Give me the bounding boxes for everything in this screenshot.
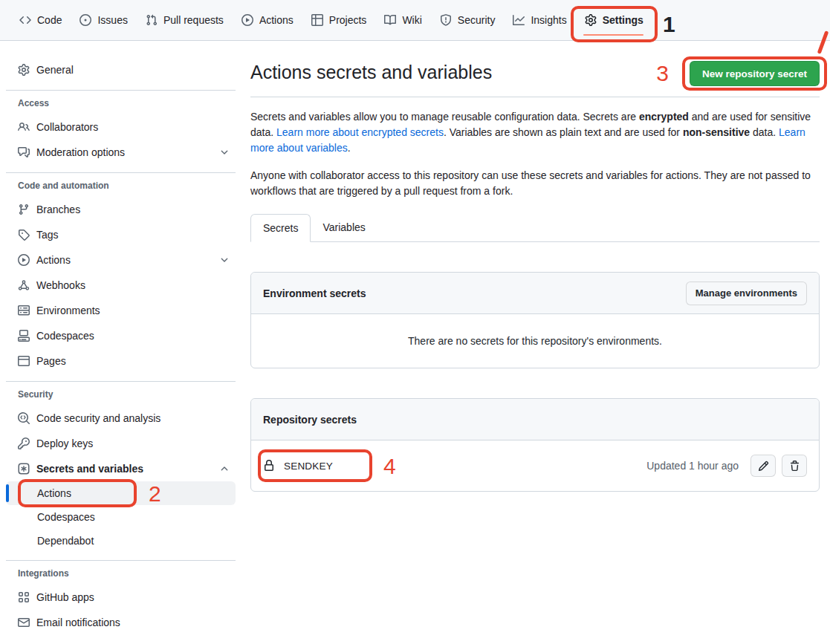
nav-tab-security[interactable]: Security: [432, 0, 503, 40]
secret-name-wrap: SENDKEY 4: [263, 452, 367, 479]
sidebar-item-environments[interactable]: Environments: [6, 298, 236, 323]
server-icon: [18, 305, 30, 316]
main-content: Actions secrets and variables New reposi…: [250, 41, 820, 492]
key-asterisk-icon: [18, 463, 30, 475]
environment-secrets-card: Environment secrets Manage environments …: [250, 272, 820, 368]
nav-tab-label: Pull requests: [163, 15, 224, 25]
secret-name: SENDKEY: [284, 461, 333, 472]
sidebar-item-label: General: [36, 65, 74, 75]
new-repository-secret-button[interactable]: New repository secret: [690, 61, 820, 86]
lock-icon: [263, 460, 275, 472]
secrets-variables-tabnav: Secrets Variables: [250, 214, 820, 242]
sidebar-item-label: Pages: [36, 356, 66, 366]
sidebar-item-label: Environments: [36, 305, 100, 316]
git-pull-request-icon: [146, 14, 158, 26]
intro-text: . Variables are shown as plain text and …: [444, 126, 683, 138]
nav-tab-wiki[interactable]: Wiki: [377, 0, 429, 40]
nav-tab-settings[interactable]: Settings 1: [577, 0, 651, 40]
sidebar-subitem-label: Dependabot: [37, 535, 94, 547]
repository-secrets-card: Repository secrets SENDKEY 4 Updated 1 h…: [250, 398, 820, 492]
active-tab-underline: [583, 34, 643, 36]
comment-discussion-icon: [18, 146, 30, 158]
sidebar-item-tags[interactable]: Tags: [6, 222, 236, 247]
sidebar-divider: [6, 90, 236, 91]
nav-tab-label: Wiki: [402, 15, 421, 25]
sidebar-item-codespaces[interactable]: Codespaces: [6, 323, 236, 348]
sidebar-section-title-access: Access: [18, 98, 241, 108]
sidebar-item-deploy-keys[interactable]: Deploy keys: [6, 431, 236, 456]
sidebar-item-general[interactable]: General: [6, 57, 236, 82]
nav-tab-label: Security: [458, 15, 496, 25]
sidebar-item-label: Moderation options: [36, 147, 125, 157]
sidebar-item-webhooks[interactable]: Webhooks: [6, 273, 236, 298]
annotation-number-3: 3: [656, 62, 669, 85]
gear-icon: [585, 14, 597, 26]
nav-tab-pull-requests[interactable]: Pull requests: [138, 0, 231, 40]
play-circle-icon: [241, 14, 253, 26]
manage-environments-button[interactable]: Manage environments: [686, 282, 807, 305]
issue-opened-icon: [80, 14, 91, 26]
trash-icon: [789, 461, 800, 472]
nav-tab-label: Projects: [329, 15, 367, 25]
nav-tab-code[interactable]: Code: [12, 0, 69, 40]
environment-secrets-empty-message: There are no secrets for this repository…: [251, 314, 819, 368]
key-icon: [18, 438, 30, 449]
encrypted-secrets-link[interactable]: Learn more about encrypted secrets: [276, 126, 444, 138]
sidebar-divider: [6, 381, 236, 382]
sidebar-subitem-label: Actions: [37, 487, 71, 499]
sidebar-item-actions[interactable]: Actions: [6, 247, 236, 273]
sidebar-item-label: Tags: [36, 230, 59, 240]
tab-variables[interactable]: Variables: [311, 214, 377, 241]
secret-row: SENDKEY 4 Updated 1 hour ago: [251, 440, 819, 491]
nav-tab-label: Settings: [603, 15, 643, 25]
nav-tab-actions[interactable]: Actions: [234, 0, 301, 40]
sidebar-item-label: Codespaces: [36, 331, 94, 341]
sidebar-item-label: Email notifications: [36, 617, 120, 628]
shield-icon: [440, 14, 452, 26]
sidebar-item-label: Actions: [36, 255, 71, 265]
sidebar-item-collaborators[interactable]: Collaborators: [6, 114, 236, 140]
tab-secrets[interactable]: Secrets: [250, 214, 311, 242]
sidebar-item-branches[interactable]: Branches: [6, 197, 236, 222]
nav-tab-label: Insights: [531, 15, 566, 25]
sidebar-divider: [6, 172, 236, 173]
mail-icon: [18, 617, 30, 628]
sidebar-item-github-apps[interactable]: GitHub apps: [6, 585, 236, 610]
sidebar-item-label: Collaborators: [36, 122, 98, 132]
sidebar-item-label: Secrets and variables: [36, 464, 143, 474]
play-circle-icon: [18, 254, 30, 266]
nav-tab-label: Actions: [259, 15, 294, 25]
secret-updated: Updated 1 hour ago: [646, 460, 739, 472]
sidebar-subitem-dependabot[interactable]: Dependabot: [6, 529, 236, 553]
sidebar-item-code-security-analysis[interactable]: Code security and analysis: [6, 406, 236, 431]
tag-icon: [18, 229, 30, 241]
sidebar-item-secrets-and-variables[interactable]: Secrets and variables: [6, 456, 236, 481]
selected-accent-bar: [6, 484, 9, 502]
settings-sidebar: General Access Collaborators Moderation …: [0, 41, 241, 635]
sidebar-item-moderation-options[interactable]: Moderation options: [6, 140, 236, 165]
sidebar-section-title-security: Security: [18, 389, 241, 400]
annotation-number-2: 2: [149, 483, 161, 505]
sidebar-subitem-codespaces[interactable]: Codespaces: [6, 505, 236, 529]
sidebar-item-label: Deploy keys: [36, 438, 93, 449]
delete-secret-button[interactable]: [782, 455, 807, 477]
nav-tab-issues[interactable]: Issues: [72, 0, 134, 40]
sidebar-subitem-actions[interactable]: Actions 2: [6, 481, 236, 505]
page-header: Actions secrets and variables New reposi…: [250, 60, 820, 97]
nav-tab-projects[interactable]: Projects: [304, 0, 375, 40]
sidebar-item-label: Code security and analysis: [36, 413, 161, 423]
intro-bold-non-sensitive: non-sensitive: [683, 126, 750, 138]
chevron-up-icon: [219, 464, 230, 474]
chevron-down-icon: [219, 255, 230, 265]
nav-tab-insights[interactable]: Insights: [505, 0, 574, 40]
sidebar-item-email-notifications[interactable]: Email notifications: [6, 610, 236, 635]
intro-bold-encrypted: encrypted: [639, 111, 689, 123]
projects-table-icon: [311, 14, 323, 26]
edit-secret-button[interactable]: [750, 455, 776, 477]
sidebar-item-pages[interactable]: Pages: [6, 348, 236, 374]
sidebar-section-title-integrations: Integrations: [18, 568, 241, 579]
sidebar-section-title-code-automation: Code and automation: [18, 180, 241, 191]
book-icon: [384, 14, 396, 26]
sidebar-subitem-label: Codespaces: [37, 511, 95, 523]
chevron-down-icon: [219, 147, 230, 157]
